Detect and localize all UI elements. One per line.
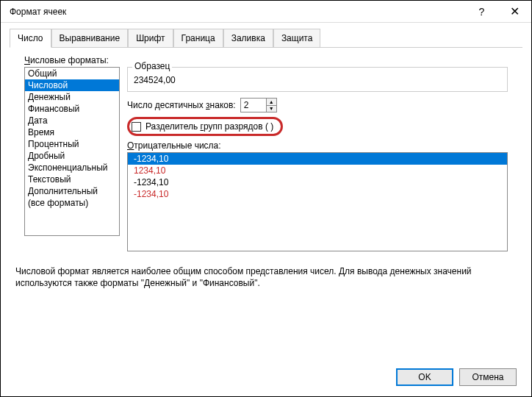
format-item-percentage[interactable]: Процентный (25, 138, 119, 150)
sample-value: 234524,00 (134, 75, 501, 85)
format-item-scientific[interactable]: Экспоненциальный (25, 162, 119, 174)
format-item-fraction[interactable]: Дробный (25, 150, 119, 162)
format-item-date[interactable]: Дата (25, 115, 119, 126)
formats-label: Числовые форматы: (24, 55, 508, 65)
decimal-places-input[interactable] (241, 99, 266, 112)
tab-fill[interactable]: Заливка (223, 29, 273, 47)
thousands-separator-checkbox[interactable] (132, 122, 141, 132)
format-item-time[interactable]: Время (25, 126, 119, 138)
negative-item[interactable]: -1234,10 (128, 176, 507, 188)
negative-item[interactable]: -1234,10 (128, 153, 507, 165)
format-description: Числовой формат является наиболее общим … (1, 259, 531, 296)
format-item-special[interactable]: Дополнительный (25, 185, 119, 197)
thousands-separator-highlight: Разделитель групп разрядов ( ) (127, 117, 283, 136)
format-item-general[interactable]: Общий (25, 68, 119, 79)
format-item-text[interactable]: Текстовый (25, 174, 119, 185)
tab-alignment[interactable]: Выравнивание (51, 29, 129, 47)
formats-listbox[interactable]: Общий Числовой Денежный Финансовый Дата … (24, 67, 120, 236)
format-item-accounting[interactable]: Финансовый (25, 103, 119, 115)
close-icon: ✕ (510, 4, 520, 18)
tab-protection[interactable]: Защита (273, 29, 321, 47)
content-area: Числовые форматы: Общий Числовой Денежны… (10, 47, 522, 259)
titlebar: Формат ячеек ? ✕ (1, 1, 531, 23)
decimal-places-label: Число десятичных знаков: (127, 100, 236, 110)
negative-item[interactable]: -1234,10 (128, 188, 507, 200)
negative-numbers-label: Отрицательные числа: (127, 140, 508, 151)
sample-group: Образец 234524,00 (127, 67, 508, 92)
dialog-title: Формат ячеек (10, 7, 465, 17)
sample-label: Образец (132, 61, 172, 71)
help-icon: ? (479, 6, 485, 18)
tab-strip: Число Выравнивание Шрифт Граница Заливка… (1, 23, 531, 47)
negative-item[interactable]: 1234,10 (128, 165, 507, 176)
format-item-number[interactable]: Числовой (25, 79, 119, 91)
decimal-places-stepper[interactable]: ▲ ▼ (240, 98, 277, 112)
dialog-buttons: OK Отмена (396, 368, 517, 386)
negative-numbers-listbox[interactable]: -1234,10 1234,10 -1234,10 -1234,10 (127, 152, 508, 251)
tab-font[interactable]: Шрифт (128, 29, 173, 47)
tab-border[interactable]: Граница (173, 29, 223, 47)
help-button[interactable]: ? (465, 1, 498, 23)
close-button[interactable]: ✕ (498, 1, 531, 23)
decimal-up-button[interactable]: ▲ (267, 99, 276, 106)
format-item-custom[interactable]: (все форматы) (25, 197, 119, 209)
ok-button[interactable]: OK (396, 368, 453, 386)
cancel-button[interactable]: Отмена (459, 368, 517, 386)
decimal-down-button[interactable]: ▼ (267, 106, 276, 112)
format-cells-dialog: Формат ячеек ? ✕ Число Выравнивание Шриф… (0, 0, 532, 397)
tab-number[interactable]: Число (10, 29, 51, 48)
thousands-separator-label: Разделитель групп разрядов ( ) (145, 121, 273, 132)
format-item-currency[interactable]: Денежный (25, 91, 119, 103)
